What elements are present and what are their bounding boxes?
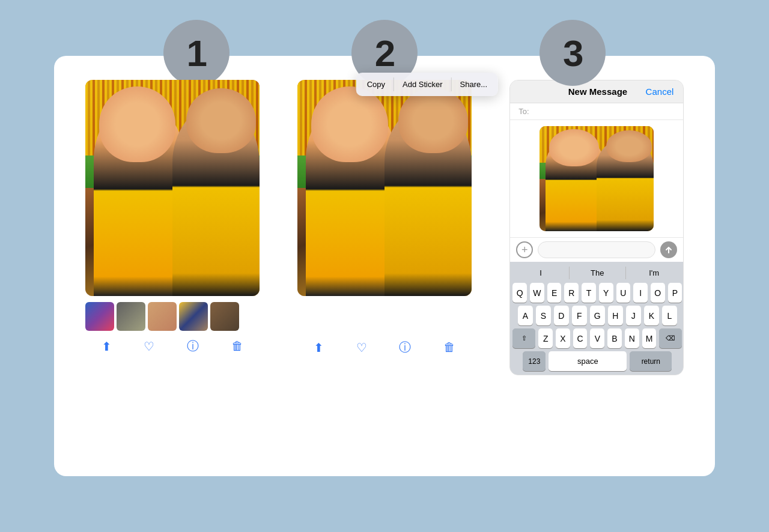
to-label: To: [518, 107, 529, 116]
send-button[interactable] [660, 241, 677, 258]
face-right-2 [398, 88, 468, 153]
panels-container: ⬆ ♡ ⓘ 🗑 Copy Add Sticker Share... [54, 56, 715, 476]
kbd-suggestions: I The I'm [512, 267, 682, 279]
msg-to-field[interactable]: To: [510, 103, 683, 120]
key-N[interactable]: N [625, 328, 639, 348]
step-3-bubble: 3 [540, 20, 606, 86]
key-J[interactable]: J [626, 306, 641, 325]
key-Y[interactable]: Y [599, 283, 613, 303]
panel-1: ⬆ ♡ ⓘ 🗑 [72, 80, 272, 464]
kbd-bottom-row: 123 space return [512, 351, 682, 371]
main-card: 1 2 3 [54, 56, 715, 476]
key-M[interactable]: M [642, 328, 657, 348]
shift-key[interactable]: ⇧ [512, 328, 535, 348]
share-icon-2[interactable]: ⬆ [314, 340, 324, 355]
backspace-key[interactable]: ⌫ [659, 328, 682, 348]
key-O[interactable]: O [651, 283, 665, 303]
context-add-sticker[interactable]: Add Sticker [394, 77, 451, 91]
key-T[interactable]: T [582, 283, 596, 303]
key-V[interactable]: V [590, 328, 604, 348]
return-key[interactable]: return [630, 351, 672, 371]
send-arrow-icon [664, 246, 673, 254]
keyboard: I The I'm Q W E R T Y U I O [510, 262, 684, 375]
key-X[interactable]: X [556, 328, 570, 348]
suggestion-1[interactable]: I [512, 267, 569, 279]
key-F[interactable]: F [572, 306, 587, 325]
key-E[interactable]: E [547, 283, 562, 303]
face-right [186, 88, 256, 153]
msg-photo [540, 126, 654, 231]
step-1-bubble: 1 [163, 20, 229, 86]
selfie-photo-2 [297, 80, 472, 296]
thumb-5[interactable] [210, 302, 239, 331]
face-left-2 [311, 86, 388, 162]
context-copy[interactable]: Copy [359, 77, 394, 91]
heart-icon-1[interactable]: ♡ [144, 339, 154, 354]
panel1-toolbar: ⬆ ♡ ⓘ 🗑 [85, 338, 260, 354]
step-1-label: 1 [186, 32, 205, 74]
info-icon-1[interactable]: ⓘ [187, 338, 199, 354]
thumb-4[interactable] [179, 302, 208, 331]
heart-icon-2[interactable]: ♡ [356, 340, 367, 355]
trash-icon-2[interactable]: 🗑 [443, 340, 455, 354]
context-menu: Copy Add Sticker Share... [356, 73, 498, 96]
panel-2: Copy Add Sticker Share... [284, 80, 484, 464]
selfie-photo-1 [85, 80, 260, 296]
kbd-row-3: ⇧ Z X C V B N M ⌫ [512, 328, 682, 348]
key-C[interactable]: C [573, 328, 588, 348]
trash-icon-1[interactable]: 🗑 [231, 339, 243, 353]
panel-3: New Message Cancel To: [497, 80, 697, 464]
key-A[interactable]: A [518, 306, 533, 325]
thumb-2[interactable] [117, 302, 145, 331]
photo-frame-wrapper-2: Copy Add Sticker Share... [297, 80, 472, 296]
photo-frame-2 [297, 80, 472, 296]
space-key[interactable]: space [549, 351, 627, 371]
step-3-label: 3 [563, 32, 582, 74]
key-I[interactable]: I [633, 283, 648, 303]
msg-title: New Message [568, 86, 627, 97]
key-W[interactable]: W [530, 283, 544, 303]
key-S[interactable]: S [536, 306, 551, 325]
step-2-label: 2 [375, 32, 394, 74]
photo-frame-1 [85, 80, 260, 296]
kbd-row-2: A S D F G H J K L [512, 306, 682, 325]
key-L[interactable]: L [662, 306, 677, 325]
key-G[interactable]: G [590, 306, 605, 325]
key-H[interactable]: H [608, 306, 623, 325]
msg-photo-area [510, 120, 683, 237]
key-Q[interactable]: Q [512, 283, 527, 303]
panel2-toolbar: ⬆ ♡ ⓘ 🗑 [297, 339, 472, 355]
info-icon-2[interactable]: ⓘ [399, 339, 411, 355]
context-share[interactable]: Share... [452, 77, 496, 91]
key-R[interactable]: R [564, 283, 579, 303]
key-K[interactable]: K [644, 306, 659, 325]
key-Z[interactable]: Z [538, 328, 553, 348]
thumb-1[interactable] [85, 302, 114, 331]
kbd-row-1: Q W E R T Y U I O P [512, 283, 682, 303]
suggestion-2[interactable]: The [570, 267, 626, 279]
suggestion-3[interactable]: I'm [626, 267, 682, 279]
share-icon-1[interactable]: ⬆ [102, 339, 112, 354]
thumbnail-strip [85, 302, 260, 331]
key-U[interactable]: U [616, 283, 631, 303]
thumb-3[interactable] [148, 302, 177, 331]
messages-panel: New Message Cancel To: [509, 80, 684, 375]
msg-input-row: + [510, 237, 683, 262]
selfie-photo-msg [540, 126, 654, 231]
face-left [99, 86, 176, 162]
numbers-key[interactable]: 123 [523, 351, 546, 371]
key-B[interactable]: B [607, 328, 622, 348]
add-attachment-button[interactable]: + [516, 241, 533, 258]
key-D[interactable]: D [554, 306, 569, 325]
cancel-button[interactable]: Cancel [646, 86, 674, 97]
message-text-input[interactable] [538, 241, 655, 258]
key-P[interactable]: P [668, 283, 682, 303]
